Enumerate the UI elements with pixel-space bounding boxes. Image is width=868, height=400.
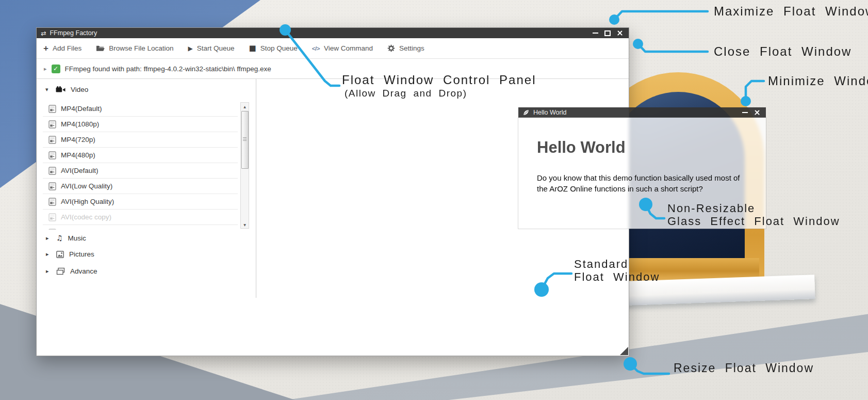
folder-open-icon xyxy=(96,45,105,52)
tree-node-advance-label: Advance xyxy=(70,267,97,275)
annotation-glass-line1: Non-Resizable xyxy=(667,202,755,215)
minimize-button[interactable] xyxy=(592,30,598,36)
settings-button[interactable]: Settings xyxy=(387,44,424,52)
browse-file-location-button[interactable]: Browse File Location xyxy=(96,44,173,52)
add-files-button[interactable]: + Add Files xyxy=(43,44,81,53)
preset-row-avi-low[interactable]: AVI(Low Quality) xyxy=(43,179,238,194)
stop-queue-label: Stop Queue xyxy=(260,44,298,52)
annotation-close: Close Float Window xyxy=(714,44,851,59)
preset-label: MP4(720p) xyxy=(61,136,95,143)
hello-window-controls xyxy=(742,109,760,116)
start-queue-button[interactable]: ▶ Start Queue xyxy=(188,44,235,52)
exchange-icon: ⇄ xyxy=(41,29,46,37)
minimize-button[interactable] xyxy=(742,109,748,116)
resize-grip[interactable] xyxy=(620,347,628,355)
video-file-icon xyxy=(48,105,56,113)
video-file-icon xyxy=(48,136,56,144)
ffmpeg-window-title: FFmpeg Factory xyxy=(50,29,97,37)
tree-node-video-label: Video xyxy=(71,86,88,93)
annotation-standard-line1: Standard xyxy=(574,258,628,271)
tree-node-pictures[interactable]: ▸ Pictures xyxy=(46,250,94,258)
caret-right-icon: ▸ xyxy=(46,268,51,275)
code-icon: </> xyxy=(312,45,320,52)
play-icon: ▶ xyxy=(188,45,193,52)
annotation-control-panel: Float Window Control Panel xyxy=(342,73,536,87)
preset-row-avi-default[interactable]: AVI(Default) xyxy=(43,163,238,179)
preset-row-partial[interactable] xyxy=(43,225,238,230)
annotation-glass-line2: Glass Effect Float Window xyxy=(667,215,840,228)
picture-icon xyxy=(56,251,64,258)
preset-row-avi-high[interactable]: AVI(High Quality) xyxy=(43,194,238,210)
preset-label: AVI(High Quality) xyxy=(61,198,114,205)
preset-tree-panel: ▾ Video MP4(Default) MP4(1080p) xyxy=(37,79,256,298)
ffmpeg-toolbar: + Add Files Browse File Location ▶ Start… xyxy=(37,38,629,59)
stop-queue-button[interactable]: ■ Stop Queue xyxy=(249,44,298,52)
video-file-icon xyxy=(48,229,56,230)
preset-scrollbar[interactable]: ▲ ▼ xyxy=(240,102,249,229)
checkbox-checked-icon: ✓ xyxy=(52,65,60,73)
advance-icon xyxy=(56,267,65,275)
tree-node-music[interactable]: ▸ ♫ Music xyxy=(46,234,86,242)
hello-paragraph: Do you know that this demo function basi… xyxy=(537,172,748,194)
video-file-icon xyxy=(48,213,56,221)
scrollbar-thumb[interactable] xyxy=(241,111,249,169)
video-file-icon xyxy=(48,198,56,206)
ffmpeg-status-text: FFmpeg found with path: ffmpeg-4.0.2-win… xyxy=(65,65,271,73)
view-command-button[interactable]: </> View Command xyxy=(312,44,373,52)
preset-label: MP4(Default) xyxy=(61,105,102,113)
video-file-icon xyxy=(48,182,56,190)
tree-node-video[interactable]: ▾ Video xyxy=(45,86,88,93)
music-icon: ♫ xyxy=(56,234,63,242)
hello-heading: Hello World xyxy=(537,138,626,157)
preset-row-mp4-1080p[interactable]: MP4(1080p) xyxy=(43,117,238,132)
scroll-down-button[interactable]: ▼ xyxy=(241,221,249,228)
annotation-standard-line2: Float Window xyxy=(574,270,660,284)
caret-right-icon: ▸ xyxy=(44,66,47,72)
ffmpeg-window-controls xyxy=(592,30,623,36)
preset-row-mp4-480p[interactable]: MP4(480p) xyxy=(43,148,238,163)
video-file-icon xyxy=(48,167,56,175)
caret-right-icon: ▸ xyxy=(46,251,51,258)
preset-label: AVI(Low Quality) xyxy=(61,182,112,190)
preset-scroll-area: MP4(Default) MP4(1080p) MP4(720p) M xyxy=(37,101,250,230)
maximize-button[interactable] xyxy=(604,30,611,36)
plus-icon: + xyxy=(43,44,48,53)
ffmpeg-status-row[interactable]: ▸ ✓ FFmpeg found with path: ffmpeg-4.0.2… xyxy=(37,59,629,79)
settings-label: Settings xyxy=(399,44,424,52)
preset-list: MP4(Default) MP4(1080p) MP4(720p) M xyxy=(43,101,238,230)
caret-down-icon: ▾ xyxy=(45,86,51,93)
annotation-minimize: Minimize Window xyxy=(768,74,868,88)
preset-label: AVI(codec copy) xyxy=(61,213,111,221)
view-command-label: View Command xyxy=(324,44,373,52)
annotation-resize: Resize Float Window xyxy=(674,361,814,375)
tree-node-music-label: Music xyxy=(68,234,86,242)
video-file-icon xyxy=(48,151,56,159)
ffmpeg-titlebar[interactable]: ⇄ FFmpeg Factory xyxy=(37,28,629,38)
preset-row-mp4-720p[interactable]: MP4(720p) xyxy=(43,132,238,148)
preset-label: MP4(1080p) xyxy=(61,120,99,128)
scrollbar-grip xyxy=(243,137,247,141)
preset-row-avi-codec-copy[interactable]: AVI(codec copy) xyxy=(43,210,238,225)
browse-label: Browse File Location xyxy=(109,44,173,52)
preset-label: MP4(480p) xyxy=(61,151,95,159)
gear-icon xyxy=(387,44,395,52)
desktop: ⇄ FFmpeg Factory + Add Files Browse File… xyxy=(0,0,868,400)
close-button[interactable] xyxy=(617,30,623,36)
tree-node-advance[interactable]: ▸ Advance xyxy=(46,267,97,275)
annotation-maximize: Maximize Float Window xyxy=(714,4,868,19)
annotation-control-panel-sub: (Allow Drag and Drop) xyxy=(345,88,467,99)
add-files-label: Add Files xyxy=(53,44,81,52)
stop-icon: ■ xyxy=(249,44,256,52)
preset-label: AVI(Default) xyxy=(61,167,99,174)
video-camera-icon xyxy=(56,86,65,93)
start-queue-label: Start Queue xyxy=(197,44,235,52)
hello-titlebar[interactable]: Hello World xyxy=(518,107,766,118)
leaf-icon xyxy=(522,109,530,116)
tree-node-pictures-label: Pictures xyxy=(69,250,94,258)
video-file-icon xyxy=(48,120,56,129)
caret-right-icon: ▸ xyxy=(46,235,51,242)
hello-window-title: Hello World xyxy=(533,109,566,116)
preset-row-mp4-default[interactable]: MP4(Default) xyxy=(43,101,238,117)
close-button[interactable] xyxy=(754,109,760,116)
scroll-up-button[interactable]: ▲ xyxy=(241,103,249,110)
